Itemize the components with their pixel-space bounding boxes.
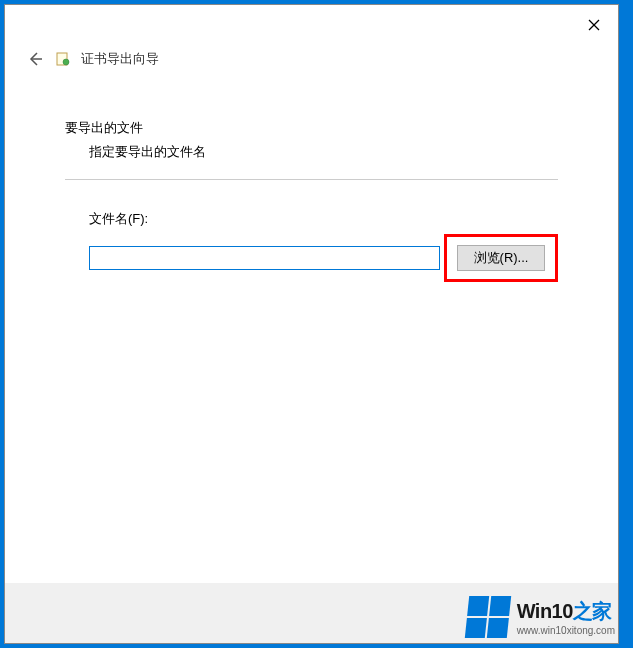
back-button[interactable] bbox=[25, 49, 45, 69]
filename-label: 文件名(F): bbox=[89, 210, 558, 228]
content-area: 要导出的文件 指定要导出的文件名 文件名(F): 浏览(R)... bbox=[5, 69, 618, 282]
highlight-annotation: 浏览(R)... bbox=[444, 234, 558, 282]
close-button[interactable] bbox=[582, 13, 606, 37]
filename-input[interactable] bbox=[89, 246, 440, 270]
windows-logo-icon bbox=[464, 596, 510, 638]
browse-button[interactable]: 浏览(R)... bbox=[457, 245, 545, 271]
svg-point-4 bbox=[63, 59, 69, 65]
watermark-url: www.win10xitong.com bbox=[517, 625, 615, 636]
file-row: 浏览(R)... bbox=[89, 234, 558, 282]
section-heading: 要导出的文件 bbox=[65, 119, 558, 137]
header: 证书导出向导 bbox=[5, 41, 618, 69]
watermark-brand: Win10之家 bbox=[517, 598, 615, 625]
form-area: 文件名(F): 浏览(R)... bbox=[65, 180, 558, 282]
certificate-icon bbox=[55, 51, 71, 67]
back-arrow-icon bbox=[26, 50, 44, 68]
wizard-window: 证书导出向导 要导出的文件 指定要导出的文件名 文件名(F): 浏览(R)... bbox=[4, 4, 619, 644]
watermark: Win10之家 www.win10xitong.com bbox=[467, 596, 615, 638]
wizard-title: 证书导出向导 bbox=[81, 50, 159, 68]
section-description: 指定要导出的文件名 bbox=[65, 143, 558, 161]
titlebar bbox=[5, 5, 618, 41]
watermark-text: Win10之家 www.win10xitong.com bbox=[517, 598, 615, 636]
close-icon bbox=[588, 19, 600, 31]
